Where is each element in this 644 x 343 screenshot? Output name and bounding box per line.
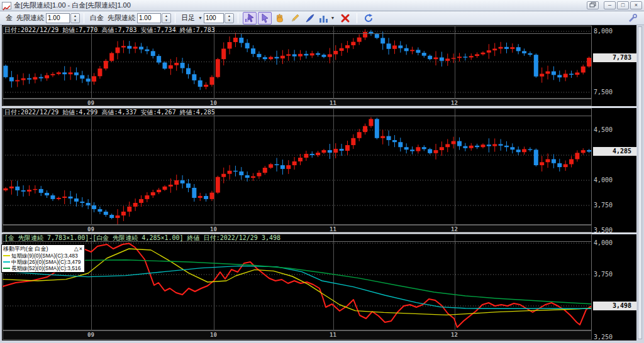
candle-down <box>127 46 131 48</box>
candle-up <box>33 189 37 190</box>
candle-up <box>363 126 367 133</box>
ma-legend-item: 中期線(26)(0)(SMA)(C):3,479 <box>3 259 83 265</box>
candle-up <box>369 119 373 126</box>
platinum-candles-layer[interactable] <box>3 108 592 225</box>
candle-up <box>116 215 120 218</box>
candle-up <box>457 57 462 58</box>
candle-down <box>557 163 562 167</box>
crosshair-tool-button[interactable] <box>243 12 257 24</box>
symbol1-label: 金 <box>6 13 13 23</box>
month-label: 11 <box>330 332 336 338</box>
candle-down <box>27 79 31 80</box>
symbol2-multiplier-input[interactable] <box>137 13 161 23</box>
candle-up <box>569 159 574 164</box>
month-label: 12 <box>451 332 458 338</box>
y-axis-label: 3,750 <box>594 202 613 209</box>
candle-down <box>192 74 196 80</box>
symbol1-multiplier-input[interactable] <box>46 13 70 23</box>
candle-down <box>39 77 43 79</box>
month-label: 10 <box>210 100 217 106</box>
ma-legend-box[interactable]: 移動平均(金 白金) △× 短期線(9)(0)(SMA)(C):3,483中期線… <box>1 244 85 273</box>
bar-count-input[interactable] <box>204 13 224 23</box>
candle-up <box>304 154 308 158</box>
current-price-tag: 3,498 <box>593 302 636 310</box>
refresh-button[interactable] <box>362 12 375 24</box>
ma-color-swatch <box>3 268 10 269</box>
candle-down <box>404 147 409 150</box>
candle-up <box>139 199 143 203</box>
candle-up <box>169 65 173 68</box>
gold-candles-layer[interactable] <box>3 26 592 99</box>
candle-up <box>263 168 267 173</box>
pencil-tool-button[interactable] <box>288 12 302 24</box>
candle-up <box>581 67 586 73</box>
gold-x-axis: 09101112 <box>3 99 592 106</box>
vertical-scrollbar[interactable] <box>638 26 642 339</box>
candle-up <box>575 72 579 74</box>
candle-down <box>204 196 208 199</box>
delete-indicator-button[interactable] <box>338 12 352 24</box>
candle-down <box>516 47 521 51</box>
spread-info-line: [金 先限連続 7,783×1.00]-[白金 先限連続 4,285×1.00]… <box>3 234 592 242</box>
candle-up <box>351 42 355 45</box>
toolbar: 金 先限連続 ▲▼ 白金 先限連続 ▲▼ 日足 ▼ ▲▼ ▼ <box>0 11 644 25</box>
candle-down <box>186 68 191 75</box>
symbol1-multiplier-stepper[interactable]: ▲▼ <box>70 13 80 23</box>
candle-up <box>310 53 314 55</box>
candle-down <box>86 79 91 82</box>
candle-down <box>192 188 196 198</box>
legend-close-icon[interactable]: × <box>79 246 83 252</box>
candle-up <box>286 165 291 169</box>
candle-down <box>404 48 409 52</box>
candle-up <box>127 207 131 212</box>
month-label: 11 <box>330 100 336 106</box>
candle-down <box>375 34 379 38</box>
chart-type-button[interactable]: ▼ <box>318 12 337 24</box>
candle-down <box>463 57 467 57</box>
minimize-button[interactable]: – <box>604 1 616 9</box>
candle-up <box>316 153 320 155</box>
settings-wrench-icon[interactable] <box>626 12 640 24</box>
pan-hand-tool-button[interactable] <box>273 12 287 24</box>
candle-down <box>257 54 261 57</box>
titlebar[interactable]: 金[先限連続]1.00 - 白金[先限連続]1.00 – □ × <box>0 0 644 11</box>
candle-up <box>174 63 179 65</box>
candle-up <box>116 48 120 53</box>
candle-down <box>62 72 67 74</box>
candle-down <box>552 159 556 163</box>
timeframe-caret-icon: ▼ <box>198 16 203 20</box>
pen-draw-tool-button[interactable] <box>303 12 317 24</box>
candle-down <box>39 189 43 193</box>
candle-down <box>380 38 385 43</box>
candle-down <box>422 53 426 56</box>
candle-up <box>162 187 167 190</box>
candle-down <box>233 171 238 172</box>
candle-up <box>133 46 138 48</box>
candle-up <box>540 162 544 165</box>
candle-up <box>251 177 255 178</box>
maximize-button[interactable]: □ <box>617 1 629 9</box>
candle-up <box>333 51 338 54</box>
candle-down <box>74 199 79 202</box>
candle-up <box>121 212 126 215</box>
candle-up <box>510 47 514 49</box>
close-button[interactable]: × <box>630 1 642 9</box>
candle-up <box>286 54 291 55</box>
candle-up <box>269 57 273 59</box>
candle-down <box>321 55 326 57</box>
candle-up <box>69 72 73 74</box>
legend-collapse-icon[interactable]: △ <box>74 246 79 252</box>
spread-lines-layer[interactable] <box>3 234 592 330</box>
candle-down <box>245 43 250 48</box>
y-axis-label: 7,500 <box>594 89 613 95</box>
month-label: 10 <box>210 226 217 232</box>
select-tool-button[interactable] <box>258 12 272 24</box>
timeframe-select[interactable]: 日足 <box>181 13 195 23</box>
candle-down <box>292 54 297 56</box>
float-window-button[interactable] <box>587 1 599 9</box>
bar-count-stepper[interactable]: ▲▼ <box>225 13 234 23</box>
candle-up <box>228 42 232 48</box>
symbol2-multiplier-stepper[interactable]: ▲▼ <box>162 13 171 23</box>
candle-down <box>304 54 308 56</box>
month-label: 09 <box>87 100 94 106</box>
